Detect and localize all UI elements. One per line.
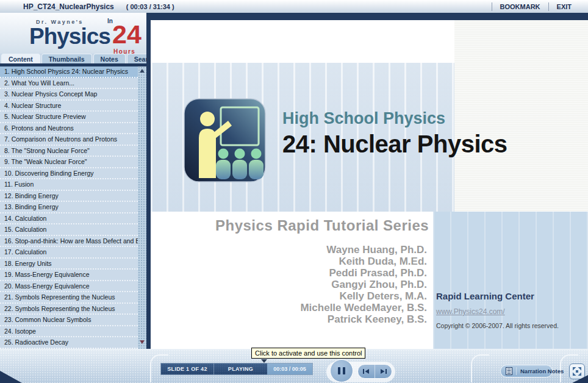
slide-time: 00:03 / 00:05 <box>267 363 312 374</box>
author-line: Michelle WedeMayer, B.S. <box>151 302 427 313</box>
activation-tooltip: Click to activate and use this control <box>251 348 365 359</box>
toc-item[interactable]: 2. What You Will Learn... <box>0 78 138 90</box>
toc-item-label: 8. The "Strong Nuclear Force" <box>4 147 90 154</box>
toc-item[interactable]: 23. Common Nuclear Symbols <box>0 315 138 326</box>
toc-item-label: 6. Protons and Neutrons <box>4 124 74 132</box>
toc-item[interactable]: 15. Calculation <box>0 224 138 236</box>
toc-item[interactable]: 19. Mass-Energy Equivalence <box>0 270 138 281</box>
pause-button[interactable] <box>330 359 353 382</box>
toc-item-label: 2. What You Will Learn... <box>4 79 74 87</box>
toc-item-label: 23. Common Nuclear Symbols <box>4 316 91 323</box>
title-bar-actions: BOOKMARK EXIT <box>492 0 579 13</box>
tab-content[interactable]: Content <box>1 54 40 63</box>
toc-item[interactable]: 24. Isotope <box>0 326 138 338</box>
toc-item[interactable]: 22. Symbols Representing the Nucleus <box>0 304 138 315</box>
toc-item[interactable]: 9. The "Weak Nuclear Force" <box>0 157 138 168</box>
toc-item-label: 18. Energy Units <box>4 260 52 267</box>
toc-item-label: 10. Discovering Binding Energy <box>4 170 94 177</box>
toc-item[interactable]: 5. Nuclear Structure Preview <box>0 112 138 123</box>
toc-item-label: 17. Calculation <box>4 248 46 256</box>
toc-item[interactable]: 7. Comparison of Neutrons and Protons <box>0 134 138 146</box>
total-time: ( 00:03 / 31:34 ) <box>126 3 174 10</box>
author-line: Gangyi Zhou, Ph.D. <box>151 279 427 290</box>
corner-decoration <box>0 371 22 383</box>
toc-item[interactable]: 10. Discovering Binding Energy <box>0 168 138 180</box>
tooltip-arrow <box>261 359 267 363</box>
toc-item-label: 16. Stop-and-think: How are Mass Defect … <box>4 237 138 245</box>
pause-icon <box>338 367 340 374</box>
slide-subtitle: Physics Rapid Tutorial Series <box>215 217 429 234</box>
toc-item-label: 5. Nuclear Structure Preview <box>4 113 86 120</box>
toc-item[interactable]: 6. Protons and Neutrons <box>0 123 138 135</box>
toc-item-label: 24. Isotope <box>4 328 36 335</box>
toc-item-label: 11. Fusion <box>4 181 34 188</box>
author-line: Peddi Prasad, Ph.D. <box>151 267 427 279</box>
slide-chapter-title: 24: Nuclear Physics <box>282 131 507 158</box>
previous-icon <box>362 368 370 374</box>
toc-item-label: 20. Mass-Energy Equivalence <box>4 282 90 290</box>
logo-hours-word: Hours <box>113 48 135 54</box>
toc-item[interactable]: 13. Binding Energy <box>0 202 138 213</box>
author-line: Kelly Deters, M.A. <box>151 290 427 302</box>
playback-state: PLAYING <box>228 366 253 372</box>
org-block: Rapid Learning Center www.Physics24.com/… <box>436 291 583 329</box>
slide-counter: SLIDE 1 OF 42 <box>167 366 207 372</box>
author-line: Keith Duda, M.Ed. <box>151 256 427 267</box>
tab-notes[interactable]: Notes <box>93 54 126 63</box>
tab-thumbnails[interactable]: Thumbnails <box>41 54 92 63</box>
narration-notes-label: Narration Notes <box>520 368 564 374</box>
exit-button[interactable]: EXIT <box>548 2 579 11</box>
logo-panel: Dr. Wayne's Physics In 24 Hours <box>0 13 146 54</box>
toc-item-label: 25. Radioactive Decay <box>4 338 68 346</box>
previous-slide-button[interactable] <box>358 365 375 378</box>
toc-item-label: 7. Comparison of Neutrons and Protons <box>4 135 117 143</box>
player-separator <box>471 354 489 382</box>
expand-icon <box>572 366 583 377</box>
fullscreen-button[interactable] <box>569 363 585 379</box>
window-title-bar: HP_CT24_NuclearPhysics ( 00:03 / 31:34 )… <box>0 0 588 13</box>
toc-item[interactable]: 16. Stop-and-think: How are Mass Defect … <box>0 236 138 248</box>
toc-item[interactable]: 11. Fusion <box>0 179 138 191</box>
status-segment: SLIDE 1 OF 42 PLAYING <box>161 363 267 374</box>
toc-item-label: 9. The "Weak Nuclear Force" <box>4 158 87 165</box>
logo-number: 24 <box>112 21 142 48</box>
copyright-text: Copyright © 2006-2007. All rights reserv… <box>436 322 583 329</box>
playback-status-bar[interactable]: SLIDE 1 OF 42 PLAYING 00:03 / 00:05 <box>160 363 313 375</box>
toc-item[interactable]: 4. Nuclear Structure <box>0 101 138 112</box>
toc-scrollbar[interactable] <box>138 66 146 349</box>
toc-item-label: 13. Binding Energy <box>4 203 59 210</box>
presenter-icon <box>183 98 267 183</box>
toc-item[interactable]: 18. Energy Units <box>0 259 138 270</box>
toc-item-label: 3. Nuclear Physics Concept Map <box>4 90 97 98</box>
seek-buttons <box>357 364 392 379</box>
toc-item[interactable]: 21. Symbols Representing the Nucleus <box>0 292 138 304</box>
toc-item[interactable]: 3. Nuclear Physics Concept Map <box>0 89 138 101</box>
toc-item[interactable]: 17. Calculation <box>0 247 138 259</box>
scroll-up-icon[interactable] <box>140 69 145 73</box>
next-slide-button[interactable] <box>375 365 392 378</box>
bookmark-button[interactable]: BOOKMARK <box>492 2 548 11</box>
org-name: Rapid Learning Center <box>436 291 583 301</box>
toc-item[interactable]: 1. High School Physics 24: Nuclear Physi… <box>0 66 138 78</box>
toc-item-label: 1. High School Physics 24: Nuclear Physi… <box>4 68 128 75</box>
toc-item-label: 4. Nuclear Structure <box>4 102 61 109</box>
pause-icon <box>343 367 345 374</box>
toc-item-label: 19. Mass-Energy Equivalence <box>4 271 90 278</box>
toc-item[interactable]: 14. Calculation <box>0 213 138 225</box>
narration-notes-button[interactable]: Narration Notes <box>500 365 553 378</box>
logo-name: Physics <box>29 25 110 48</box>
toc-item-label: 12. Binding Energy <box>4 192 59 199</box>
toc-item[interactable]: 8. The "Strong Nuclear Force" <box>0 146 138 157</box>
slide-stage[interactable]: High School Physics 24: Nuclear Physics … <box>151 20 588 349</box>
org-url-link[interactable]: www.Physics24.com/ <box>436 307 505 316</box>
toc-item[interactable]: 20. Mass-Energy Equivalence <box>0 281 138 293</box>
scroll-down-icon[interactable] <box>140 340 145 344</box>
toc-item[interactable]: 25. Radioactive Decay <box>0 337 138 349</box>
next-icon <box>379 368 387 374</box>
sidebar: Dr. Wayne's Physics In 24 Hours Content … <box>0 13 146 349</box>
notes-icon <box>506 367 512 375</box>
slide-right-texture <box>454 20 588 212</box>
toc-item[interactable]: 12. Binding Energy <box>0 191 138 202</box>
toc-item-label: 21. Symbols Representing the Nucleus <box>4 293 115 301</box>
stage-top-strip <box>145 13 588 20</box>
